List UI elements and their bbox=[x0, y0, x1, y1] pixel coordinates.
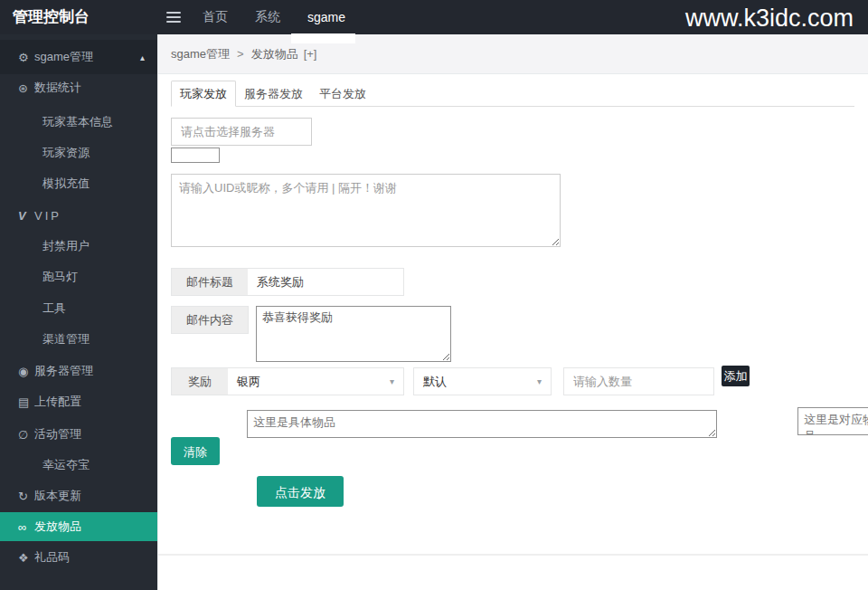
vip-icon: V bbox=[18, 209, 34, 223]
mini-input[interactable] bbox=[171, 148, 220, 163]
sidebar-item-ban-users[interactable]: 封禁用户 bbox=[0, 231, 157, 262]
mapped-items-textarea[interactable] bbox=[797, 407, 868, 435]
reward-label: 奖励 bbox=[171, 367, 229, 395]
sidebar-item-lucky-treasure[interactable]: 幸运夺宝 bbox=[0, 450, 157, 481]
reward-sub-value: 默认 bbox=[423, 375, 447, 388]
mail-title-input[interactable] bbox=[248, 268, 404, 296]
sidebar-item-data-stats[interactable]: ⊛ 数据统计 bbox=[0, 72, 157, 103]
quantity-input[interactable] bbox=[563, 367, 714, 395]
sidebar-item-vip[interactable]: V VIP bbox=[0, 200, 157, 231]
breadcrumb-current: 发放物品 bbox=[251, 46, 298, 62]
sidebar-item-gift-code[interactable]: ❖ 礼品码 bbox=[0, 543, 157, 572]
sidebar-item-issue-items[interactable]: ∞ 发放物品 bbox=[0, 512, 157, 541]
topbar: 管理控制台 首页 系统 sgame www.k3idc.com bbox=[0, 0, 868, 34]
topnav-item-sgame[interactable]: sgame bbox=[307, 10, 345, 24]
sidebar-item-simulate-recharge[interactable]: 模拟充值 bbox=[0, 168, 157, 199]
content-bottom-border bbox=[158, 554, 868, 556]
chevron-up-icon: ▴ bbox=[140, 52, 145, 62]
link-icon: ∞ bbox=[18, 520, 34, 534]
sidebar-item-channel-manage[interactable]: 渠道管理 bbox=[0, 324, 157, 355]
sidebar-item-player-resources[interactable]: 玩家资源 bbox=[0, 138, 157, 168]
app-logo: 管理控制台 bbox=[13, 0, 90, 34]
sidebar-item-server-manage[interactable]: ◉ 服务器管理 bbox=[0, 356, 157, 386]
tab-player-issue[interactable]: 玩家发放 bbox=[171, 81, 236, 107]
sidebar-section-sgame-manage[interactable]: ⚙ sgame管理 ▴ bbox=[0, 40, 157, 74]
topnav-item-home[interactable]: 首页 bbox=[203, 9, 228, 25]
activity-icon: ∅ bbox=[18, 428, 34, 442]
tab-server-issue[interactable]: 服务器发放 bbox=[236, 81, 311, 106]
tab-platform-issue[interactable]: 平台发放 bbox=[311, 81, 374, 106]
submit-issue-button[interactable]: 点击发放 bbox=[257, 476, 344, 507]
admin-console-screen: 管理控制台 首页 系统 sgame www.k3idc.com ⚙ sgame管… bbox=[0, 0, 868, 590]
content-divider bbox=[157, 34, 158, 590]
gear-icon: ⚙ bbox=[18, 51, 34, 64]
reward-type-select[interactable]: 银两 ▾ bbox=[228, 367, 404, 395]
menu-toggle-icon[interactable] bbox=[166, 12, 181, 23]
folder-icon: ▤ bbox=[18, 395, 34, 409]
mail-title-label: 邮件标题 bbox=[171, 268, 249, 296]
sidebar-item-activity-manage[interactable]: ∅ 活动管理 bbox=[0, 419, 157, 450]
sidebar-item-upload-config[interactable]: ▤ 上传配置 bbox=[0, 386, 157, 417]
stats-icon: ⊛ bbox=[18, 81, 34, 95]
sidebar-item-player-basic-info[interactable]: 玩家基本信息 bbox=[0, 107, 157, 138]
items-textarea[interactable] bbox=[247, 410, 717, 438]
reward-sub-select[interactable]: 默认 ▾ bbox=[413, 367, 552, 395]
breadcrumb: sgame管理 > 发放物品 [+] bbox=[158, 34, 868, 74]
topnav-item-system[interactable]: 系统 bbox=[255, 9, 280, 25]
sidebar-item-tools[interactable]: 工具 bbox=[0, 293, 157, 324]
sidebar-item-marquee[interactable]: 跑马灯 bbox=[0, 262, 157, 292]
refresh-icon: ↻ bbox=[18, 490, 34, 503]
watermark-text: www.k3idc.com bbox=[685, 2, 854, 34]
chevron-down-icon: ▾ bbox=[390, 368, 394, 395]
breadcrumb-parent[interactable]: sgame管理 bbox=[171, 46, 230, 62]
sidebar: ⚙ sgame管理 ▴ ⊛ 数据统计 玩家基本信息 玩家资源 模拟充值 V VI… bbox=[0, 34, 157, 590]
sidebar-item-version-update[interactable]: ↻ 版本更新 bbox=[0, 481, 157, 511]
clear-button[interactable]: 清除 bbox=[171, 437, 220, 465]
add-button[interactable]: 添加 bbox=[722, 366, 750, 386]
breadcrumb-separator: > bbox=[237, 47, 244, 61]
server-select-input[interactable] bbox=[171, 118, 312, 146]
chevron-down-icon: ▾ bbox=[537, 368, 542, 395]
uid-textarea[interactable] bbox=[171, 174, 561, 247]
tab-bar: 玩家发放 服务器发放 平台发放 bbox=[171, 81, 854, 107]
breadcrumb-add-button[interactable]: [+] bbox=[304, 47, 317, 61]
active-nav-indicator bbox=[291, 33, 355, 43]
server-icon: ◉ bbox=[18, 365, 34, 378]
mail-content-label: 邮件内容 bbox=[171, 306, 249, 334]
reward-type-value: 银两 bbox=[237, 375, 260, 388]
top-navigation: 首页 系统 sgame bbox=[166, 0, 373, 34]
gift-icon: ❖ bbox=[18, 551, 34, 565]
mail-content-textarea[interactable]: 恭喜获得奖励 bbox=[256, 306, 451, 362]
